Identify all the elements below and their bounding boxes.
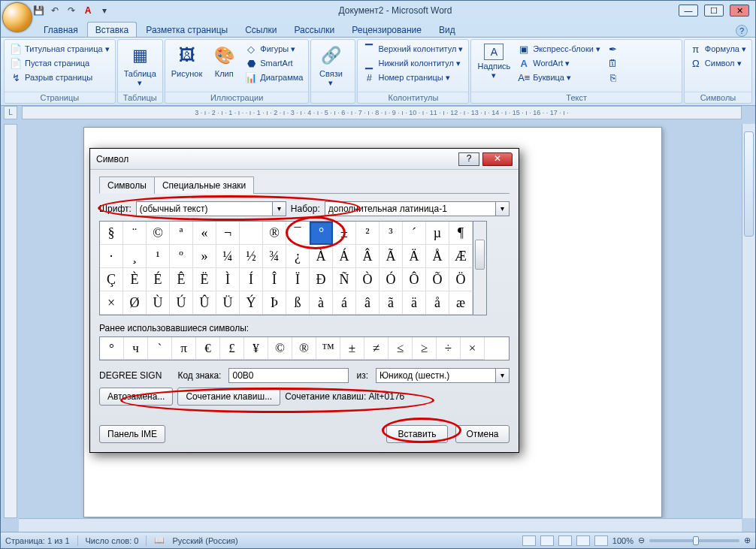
symbol-cell[interactable]: Í [240,268,263,291]
recent-symbol-cell[interactable]: × [461,337,485,360]
symbol-cell[interactable]: ¼ [216,245,240,268]
tab-references[interactable]: Ссылки [237,22,285,37]
page-break-button[interactable]: ↯Разрыв страницы [8,71,112,84]
symbol-cell[interactable]: Þ [263,291,286,315]
grid-scrollbar[interactable] [473,221,487,315]
chart-button[interactable]: 📊Диаграмма [243,71,305,84]
symbol-cell[interactable]: Ï [286,268,310,291]
quickparts-button[interactable]: ▣Экспресс-блоки ▾ [516,42,603,56]
symbol-cell[interactable]: ² [356,222,380,245]
recent-symbol-cell[interactable]: £ [220,337,244,360]
symbol-cell[interactable]: ´ [403,222,426,245]
symbol-cell[interactable]: ä [403,291,426,315]
help-icon[interactable]: ? [736,25,748,37]
tab-insert[interactable]: Вставка [87,22,138,37]
symbol-cell[interactable]: Ã [380,245,403,268]
symbol-cell[interactable]: Ü [216,291,240,315]
symbol-cell[interactable]: Â [356,245,380,268]
code-input[interactable] [228,368,349,383]
tab-review[interactable]: Рецензирование [343,22,430,37]
from-dropdown-icon[interactable]: ▾ [496,368,510,383]
scroll-thumb[interactable] [744,131,754,237]
symbol-cell[interactable]: Ë [193,268,216,291]
symbol-cell[interactable]: Ñ [333,268,356,291]
page-number-button[interactable]: #Номер страницы ▾ [361,71,465,84]
symbol-cell[interactable]: Ù [147,291,170,315]
symbol-cell[interactable]: Ø [123,291,147,315]
undo-icon[interactable]: ↶ [47,3,62,18]
symbol-cell[interactable]: ® [263,222,286,245]
symbol-cell[interactable]: ± [333,222,356,245]
symbol-cell[interactable]: ° [310,222,333,245]
font-color-icon[interactable]: A [80,3,95,18]
textbox-button[interactable]: AНадпись▾ [474,42,513,82]
symbol-cell[interactable]: ¹ [147,245,170,268]
symbol-cell[interactable]: ¾ [263,245,286,268]
recent-symbol-cell[interactable]: ± [340,337,364,360]
recent-symbol-cell[interactable]: ÷ [437,337,461,360]
recent-symbol-cell[interactable]: ® [292,337,316,360]
symbol-cell[interactable]: º [170,245,193,268]
zoom-in-icon[interactable]: ⊕ [744,535,751,545]
font-dropdown-icon[interactable]: ▾ [273,201,286,216]
close-button[interactable]: ✕ [730,5,749,17]
symbol-cell[interactable]: Ý [240,291,263,315]
symbol-cell[interactable]: Ô [403,268,426,291]
symbol-cell[interactable]: ­ [240,222,263,245]
wordart-button[interactable]: AWordArt ▾ [516,56,603,70]
view-fullscreen[interactable] [540,535,554,546]
symbol-cell[interactable]: µ [426,222,449,245]
subset-combo[interactable] [325,201,496,216]
symbol-cell[interactable]: ¯ [286,222,310,245]
symbol-cell[interactable]: Õ [426,268,449,291]
status-page[interactable]: Страница: 1 из 1 [5,536,70,545]
status-language[interactable]: Русский (Россия) [172,536,237,545]
symbol-cell[interactable]: Û [193,291,216,315]
minimize-button[interactable]: — [679,5,698,17]
symbol-cell[interactable]: Ú [170,291,193,315]
symbol-cell[interactable]: ß [286,291,310,315]
symbol-cell[interactable]: Ç [100,268,123,291]
blank-page-button[interactable]: 📄Пустая страница [8,56,112,70]
smartart-button[interactable]: ⬣SmartArt [243,56,305,70]
from-combo[interactable] [376,368,496,383]
horizontal-scrollbar[interactable] [19,518,742,532]
insert-button[interactable]: Вставить [386,425,448,443]
vertical-scrollbar[interactable] [742,124,755,518]
symbol-cell[interactable]: ¸ [123,245,147,268]
zoom-knob[interactable] [693,536,699,545]
tab-layout[interactable]: Разметка страницы [138,22,236,37]
status-words[interactable]: Число слов: 0 [86,536,139,545]
signature-button[interactable]: ✒ [605,42,621,56]
links-button[interactable]: 🔗Связи▾ [314,42,347,89]
dialog-close-button[interactable]: ✕ [482,152,513,166]
view-draft[interactable] [594,535,608,546]
shapes-button[interactable]: ◇Фигуры ▾ [243,42,305,56]
symbol-cell[interactable]: » [193,245,216,268]
symbol-cell[interactable]: ½ [240,245,263,268]
horizontal-ruler[interactable]: 3 · ı · 2 · ı · 1 · ı · · ı · 1 · ı · 2 … [22,106,742,119]
symbol-cell[interactable]: ¨ [123,222,147,245]
symbol-cell[interactable]: Ä [403,245,426,268]
symbol-cell[interactable]: ª [170,222,193,245]
grid-scroll-thumb[interactable] [475,240,485,270]
spell-icon[interactable]: 📖 [154,535,165,545]
qat-more-icon[interactable]: ▾ [97,3,112,18]
office-button[interactable] [2,2,32,32]
recent-symbol-cell[interactable]: ¥ [244,337,268,360]
recent-symbol-cell[interactable]: ` [148,337,172,360]
subset-dropdown-icon[interactable]: ▾ [496,201,510,216]
font-combo[interactable] [136,201,273,216]
save-icon[interactable]: 💾 [31,3,46,18]
vertical-ruler[interactable] [4,124,17,518]
recent-symbol-cell[interactable]: ≤ [389,337,413,360]
symbol-cell[interactable]: æ [449,291,473,315]
view-outline[interactable] [576,535,590,546]
tab-view[interactable]: Вид [431,22,464,37]
symbol-cell[interactable]: ¶ [449,222,473,245]
symbol-cell[interactable]: Ê [170,268,193,291]
symbol-cell[interactable]: È [123,268,147,291]
symbol-cell[interactable]: å [426,291,449,315]
symbol-cell[interactable]: Á [333,245,356,268]
symbol-cell[interactable]: Ì [216,268,240,291]
